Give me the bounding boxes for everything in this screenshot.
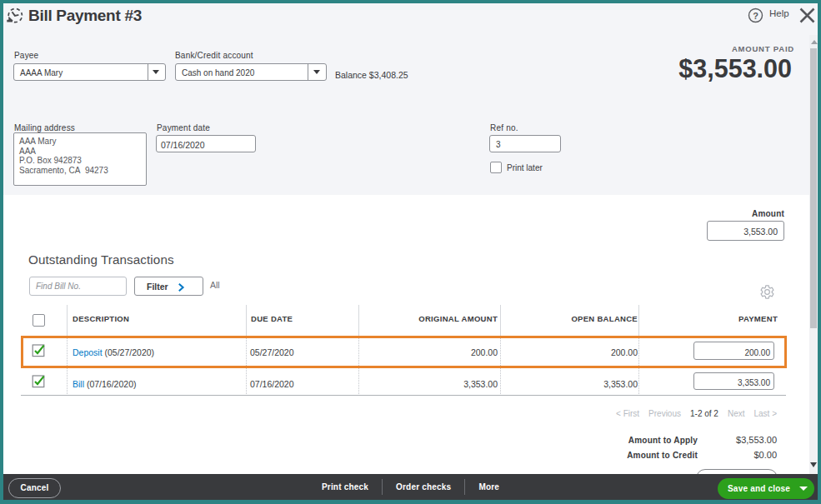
svg-text:?: ? bbox=[753, 11, 758, 21]
